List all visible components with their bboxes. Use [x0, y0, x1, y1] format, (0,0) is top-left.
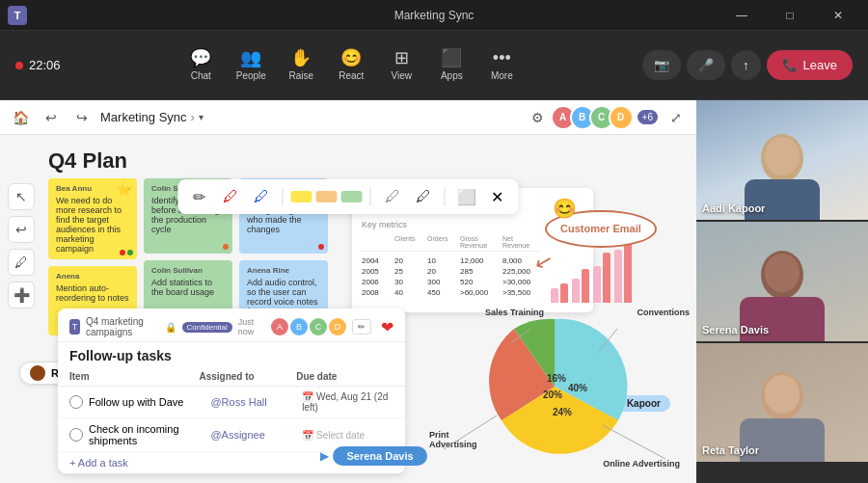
chat-label: Chat — [191, 70, 211, 81]
callout-text: Customer Email — [560, 223, 641, 234]
breadcrumb-dropdown-icon[interactable]: ▾ — [199, 112, 203, 122]
pen-dark-tool[interactable]: 🖊 — [410, 183, 437, 210]
av-1: A — [271, 318, 288, 335]
marker-red-tool[interactable]: 🖊 — [217, 183, 244, 210]
confidential-badge: Confidential — [182, 322, 232, 333]
av-2: B — [290, 318, 308, 335]
maximize-button[interactable]: □ — [768, 0, 812, 31]
participant-avatars: A B C D — [271, 318, 346, 335]
sticky-note-1[interactable]: Bea Annu We need to do more research to … — [48, 178, 137, 259]
row-assigned-2: @Assignee — [210, 429, 302, 441]
bar-3b — [603, 253, 610, 303]
undo-button[interactable]: ↩ — [8, 216, 35, 243]
bar-group-2 — [572, 269, 589, 303]
td-net-3: >30,000 — [502, 278, 541, 286]
td-gross-3: 520 — [460, 278, 499, 286]
content-area: 🏠 ↩ ↪ Marketing Sync › ▾ ⚙ A B C D +6 ⤢ — [0, 100, 868, 483]
title-bar: T Marketing Sync — □ ✕ — [0, 0, 868, 31]
row-item-2: Check on incoming shipments — [89, 423, 210, 446]
raise-button[interactable]: ✋ Raise — [276, 43, 326, 87]
teams-logo-small: T — [69, 319, 80, 335]
pie-chart-area: 16% 20% 40% 24% Sales Training Conventio… — [429, 300, 690, 478]
bar-2b — [582, 269, 589, 303]
sales-training-label: Sales Training — [485, 308, 544, 317]
minimize-button[interactable]: — — [719, 0, 764, 31]
cursor-tool[interactable]: ↖ — [8, 183, 35, 210]
sticky-dots-1 — [120, 250, 133, 255]
camera-button[interactable]: 📷 — [642, 50, 681, 80]
marker-blue-tool[interactable]: 🖊 — [248, 183, 275, 210]
drawing-toolbar: ✏ 🖊 🖊 🖊 🖊 ⬜ ✕ — [178, 179, 519, 214]
highlighter-orange-tool[interactable] — [316, 191, 338, 202]
pen-tool[interactable]: ✏ — [186, 183, 213, 210]
avatar-4: D — [609, 105, 634, 130]
toolbar-center: 💬 Chat 👥 People ✋ Raise 😊 React ⊞ View ⬛… — [176, 43, 527, 87]
td-year-4: 2008 — [362, 288, 391, 297]
eraser-tool[interactable]: ⬜ — [453, 183, 480, 210]
react-icon: 😊 — [340, 49, 362, 67]
highlighter-green-tool[interactable] — [341, 191, 363, 202]
back-button[interactable]: ↩ — [39, 105, 64, 130]
mic-button[interactable]: 🎤 — [687, 50, 725, 80]
view-label: View — [392, 70, 413, 81]
forward-button[interactable]: ↪ — [69, 105, 95, 130]
dot-orange — [223, 244, 229, 250]
people-button[interactable]: 👥 People — [226, 43, 276, 87]
people-label: People — [236, 70, 266, 81]
reta-name-tag-video: Reta Taylor — [702, 444, 759, 456]
redo-button[interactable]: 🖊 — [8, 249, 35, 276]
page-title-text: Q4 Plan — [48, 148, 127, 174]
sticky-text-1: We need to do more research to find the … — [56, 196, 129, 254]
topbar-right: ⚙ A B C D +6 ⤢ — [526, 105, 689, 130]
th-year — [362, 235, 391, 249]
leave-button[interactable]: 📞 Leave — [767, 50, 853, 80]
svg-point-12 — [765, 375, 800, 414]
breadcrumb-arrow: › — [191, 110, 195, 124]
followup-row-1: Follow up with Dave @Ross Hall 📅 Wed, Au… — [58, 387, 405, 418]
heart-icon-followup: ❤ — [381, 318, 393, 336]
check-circle-2[interactable] — [69, 428, 83, 442]
more-icon: ••• — [493, 49, 511, 67]
check-circle-1[interactable] — [69, 395, 83, 409]
breadcrumb: Marketing Sync › ▾ — [100, 110, 203, 124]
svg-point-6 — [765, 137, 800, 175]
apps-button[interactable]: ⬛ Apps — [426, 43, 476, 87]
share-button[interactable]: ↑ — [731, 50, 761, 80]
serena-video: Serena Davis — [696, 222, 868, 341]
meeting-toolbar: 22:06 💬 Chat 👥 People ✋ Raise 😊 React ⊞ … — [0, 31, 868, 100]
close-toolbar-button[interactable]: ✕ — [484, 183, 511, 210]
view-button[interactable]: ⊞ View — [376, 43, 426, 87]
col-due: Due date — [296, 371, 393, 382]
th-orders: Orders — [427, 235, 456, 249]
more-button[interactable]: ••• More — [476, 43, 527, 87]
bar-4b — [624, 240, 632, 303]
td-year-3: 2006 — [362, 278, 391, 286]
td-year-2: 2005 — [362, 267, 391, 276]
td-net-4: >35,500 — [502, 288, 541, 297]
highlighter-yellow-tool[interactable] — [291, 191, 312, 202]
dot-red — [120, 250, 125, 255]
pie-text-20: 20% — [543, 389, 562, 400]
chat-button[interactable]: 💬 Chat — [176, 43, 226, 87]
close-button[interactable]: ✕ — [816, 0, 860, 31]
print-label: PrintAdvertising — [429, 430, 477, 449]
pie-text-40: 40% — [568, 383, 587, 393]
participant-card-reta: Reta Taylor — [696, 343, 868, 462]
people-icon: 👥 — [240, 49, 261, 67]
pen-gray-tool[interactable]: 🖊 — [379, 183, 406, 210]
apps-label: Apps — [441, 70, 463, 81]
sticky-dots-2 — [223, 244, 229, 250]
edit-button[interactable]: ✏ — [352, 319, 371, 335]
home-button[interactable]: 🏠 — [8, 105, 33, 130]
followup-title: Follow-up tasks — [58, 342, 405, 367]
share-board-button[interactable]: ⤢ — [664, 105, 689, 130]
reta-avatar-icon — [30, 365, 45, 381]
meeting-time-area: 22:06 — [15, 58, 61, 72]
react-button[interactable]: 😊 React — [326, 43, 376, 87]
left-toolbar: ↖ ↩ 🖊 ➕ — [8, 183, 35, 309]
bar-3a — [593, 266, 601, 303]
add-element-button[interactable]: ➕ — [8, 282, 35, 309]
avatar-group: A B C D +6 — [556, 105, 658, 130]
camera-icon: 📷 — [654, 58, 669, 72]
settings-button[interactable]: ⚙ — [526, 105, 551, 130]
